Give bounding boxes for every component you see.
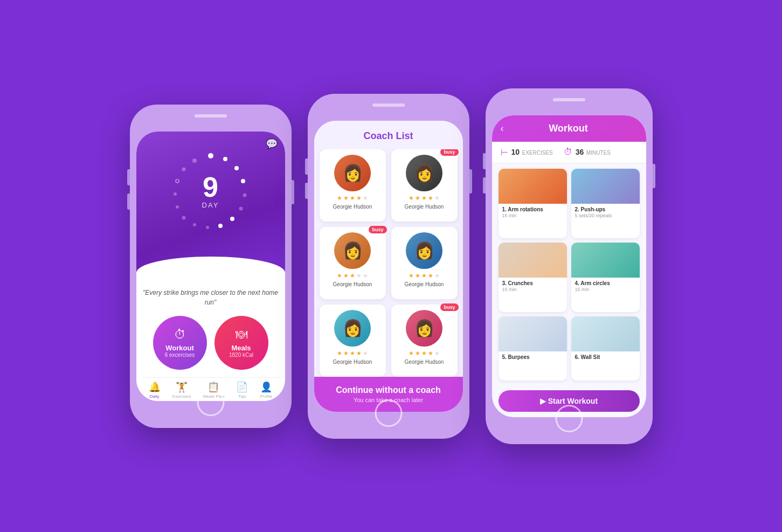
workout-label: Workout [165, 344, 193, 352]
minutes-label: MINUTES [586, 150, 611, 156]
exercise-name-5: 5. Burpees [502, 354, 563, 360]
workout-header: ‹ Workout [492, 115, 646, 142]
coach-name-4: Georgie Hudson [405, 281, 444, 287]
exercise-card-5[interactable]: 5. Burpees [499, 316, 567, 381]
exercise-card-3[interactable]: 3. Crunches 15 min [499, 243, 567, 312]
exercise-info-5: 5. Burpees [499, 351, 567, 364]
nav-tips[interactable]: 📄 Tips [236, 381, 248, 399]
vol-down-btn [127, 194, 130, 210]
vol-up-btn-2 [305, 158, 308, 175]
vol-up-btn [127, 169, 130, 185]
busy-badge-2: busy [440, 149, 458, 156]
exercise-thumb-2 [571, 169, 640, 204]
vol-down-btn-2 [305, 183, 308, 199]
day-text: 9 DAY [202, 172, 219, 209]
phone-2-screen: Coach List 👩 ★ ★ ★ ★ ★ [314, 121, 463, 412]
svg-point-10 [182, 216, 185, 219]
daily-screen: 💬 [136, 132, 285, 401]
exercise-thumb-3 [499, 243, 567, 278]
back-button[interactable]: ‹ [501, 123, 504, 134]
phone-3-screen: ‹ Workout ⊢ 10 EXERCISES ⏱ 36 [492, 115, 646, 417]
coach-name-2: Georgie Hudson [405, 204, 444, 210]
star-3: ★ [350, 195, 355, 202]
coach-avatar-3: 👩 [334, 232, 371, 269]
exercise-card-6[interactable]: 6. Wall Sit [571, 316, 640, 381]
coach-card-4[interactable]: 👩 ★ ★ ★ ★ ★ Georgie Hudson [391, 227, 458, 299]
nav-exercises[interactable]: 🏋 Exercises [172, 381, 191, 399]
exercises-label: EXERCISES [522, 150, 553, 156]
coach-person-5: 👩 [334, 310, 371, 347]
profile-icon: 👤 [260, 381, 272, 393]
daily-header: 💬 [136, 132, 285, 284]
exercise-card-4[interactable]: 4. Arm circles 15 min [571, 243, 640, 312]
exercise-info-6: 6. Wall Sit [571, 351, 640, 364]
minutes-count: 36 MINUTES [576, 147, 611, 157]
exercises-stat: ⊢ 10 EXERCISES [501, 147, 553, 157]
svg-point-3 [241, 179, 245, 183]
coach-stars-1: ★ ★ ★ ★ ★ [337, 195, 368, 202]
coach-card-3[interactable]: busy 👩 ★ ★ ★ ★ ★ Georgie Hudson [320, 227, 386, 299]
continue-without-coach-button[interactable]: Continue without a coach You can take a … [314, 377, 463, 412]
power-btn-3 [653, 164, 655, 188]
day-label: DAY [202, 201, 219, 209]
coach-stars-2: ★ ★ ★ ★ ★ [409, 195, 440, 202]
clipboard-icon: 📋 [207, 381, 219, 393]
exercise-name-2: 2. Push-ups [575, 206, 636, 212]
start-workout-button[interactable]: ▶ Start Workout [499, 390, 640, 412]
exercises-num: 10 [511, 148, 520, 156]
daily-bottom: "Every strike brings me closer to the ne… [136, 284, 285, 401]
tips-icon: 📄 [236, 381, 248, 393]
coaches-grid: 👩 ★ ★ ★ ★ ★ Georgie Hudson busy [314, 149, 463, 377]
day-number: 9 [202, 172, 219, 201]
workout-sublabel: 6 excercises [165, 352, 195, 358]
workout-button[interactable]: ⏱ Workout 6 excercises [153, 316, 207, 370]
coach-avatar-1: 👩 [334, 155, 371, 191]
workout-title: Workout [510, 123, 627, 134]
coach-avatar-5: 👩 [334, 310, 371, 347]
svg-point-1 [223, 157, 227, 161]
star-5: ★ [363, 195, 368, 202]
coach-card-6[interactable]: busy 👩 ★ ★ ★ ★ ★ Georgie Hudson [391, 305, 458, 377]
exercise-info-3: 3. Crunches 15 min [499, 278, 567, 295]
clock-stat-icon: ⏱ [564, 147, 572, 157]
workout-stats: ⊢ 10 EXERCISES ⏱ 36 MINUTES [492, 142, 646, 163]
svg-point-9 [193, 223, 196, 226]
workout-icon: ⏱ [174, 328, 186, 342]
wave-divider [136, 257, 285, 284]
exercise-info-4: 4. Arm circles 15 min [571, 278, 640, 295]
nav-daily[interactable]: 🔔 Daily [149, 381, 161, 399]
phone-1-screen: 💬 [136, 132, 285, 401]
message-icon[interactable]: 💬 [266, 138, 278, 150]
coach-card-2[interactable]: busy 👩 ★ ★ ★ ★ ★ Georgie Hudson [391, 149, 458, 222]
coach-stars-3: ★ ★ ★ ★ ★ [337, 272, 368, 279]
meals-button[interactable]: 🍽 Meals 1820 kCal [214, 316, 268, 370]
power-btn-2 [469, 169, 472, 194]
exercise-detail-2: 5 sets/20 repeats [575, 213, 636, 218]
coach-person-6: 👩 [406, 310, 442, 347]
day-ring: 9 DAY [168, 148, 254, 234]
svg-point-5 [239, 206, 243, 210]
coach-avatar-4: 👩 [406, 232, 442, 269]
phone-1: 💬 [130, 105, 292, 428]
vol-down-btn-3 [483, 177, 486, 194]
coach-card-1[interactable]: 👩 ★ ★ ★ ★ ★ Georgie Hudson [320, 149, 386, 222]
nav-meals-plan[interactable]: 📋 Meals Plan [203, 381, 225, 399]
exercise-name-3: 3. Crunches [502, 280, 563, 286]
exercise-thumb-6 [571, 316, 640, 351]
coach-list-title: Coach List [321, 130, 456, 142]
power-btn [292, 180, 294, 204]
coach-stars-6: ★ ★ ★ ★ ★ [409, 350, 440, 357]
nav-bar: 🔔 Daily 🏋 Exercises 📋 Meals Plan 📄 [143, 377, 279, 401]
exercise-card-2[interactable]: 2. Push-ups 5 sets/20 repeats [571, 169, 640, 238]
coach-stars-5: ★ ★ ★ ★ ★ [337, 350, 368, 357]
exercise-card-1[interactable]: 1. Arm rotations 15 min [499, 169, 567, 238]
coach-name-1: Georgie Hudson [333, 204, 372, 210]
exercise-info-1: 1. Arm rotations 15 min [499, 204, 567, 222]
exercise-thumb-4 [571, 243, 640, 278]
svg-point-15 [192, 158, 197, 163]
nav-profile[interactable]: 👤 Profile [260, 381, 273, 399]
exercise-info-2: 2. Push-ups 5 sets/20 repeats [571, 204, 640, 222]
exercise-name-1: 1. Arm rotations [502, 206, 563, 212]
coach-card-5[interactable]: 👩 ★ ★ ★ ★ ★ Georgie Hudson [320, 305, 386, 377]
coach-name-6: Georgie Hudson [405, 359, 444, 365]
